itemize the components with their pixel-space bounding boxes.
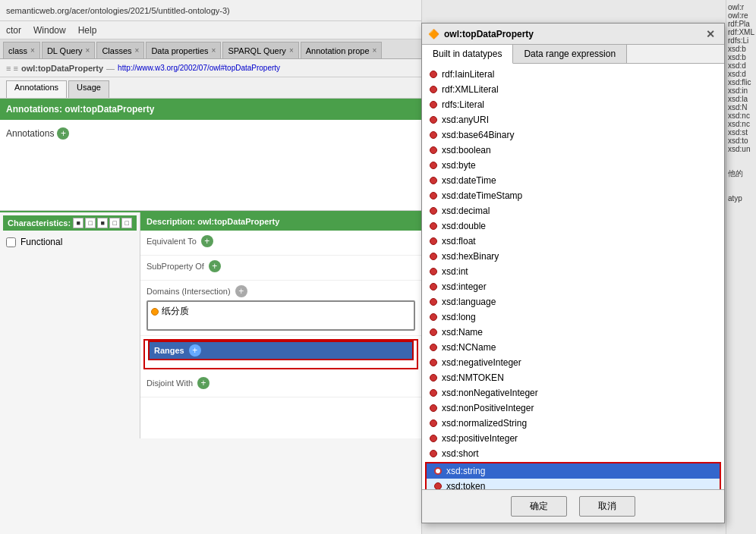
tab-close-icon[interactable]: × — [135, 46, 140, 55]
disjoint-label: Disjoint With — [146, 379, 193, 388]
owl-icon: 🔶 — [428, 29, 439, 39]
list-item[interactable]: xsd:hexBinary — [422, 249, 724, 264]
list-item[interactable]: xsd:double — [422, 218, 724, 234]
equivalent-to-header: Equivalent To + — [146, 235, 415, 247]
xsd-string-item[interactable]: xsd:string — [427, 463, 720, 479]
list-item[interactable]: xsd:dateTime — [422, 173, 724, 188]
add-subproperty-button[interactable]: + — [209, 260, 221, 272]
functional-checkbox[interactable] — [6, 237, 16, 247]
list-item[interactable]: xsd:dateTimeStamp — [422, 188, 724, 203]
list-item[interactable]: xsd:nonNegativeInteger — [422, 385, 724, 400]
list-item[interactable]: xsd:decimal — [422, 203, 724, 218]
list-item[interactable]: xsd:byte — [422, 158, 724, 173]
tab-dl-query[interactable]: DL Query × — [42, 42, 96, 58]
modal-dialog: 🔶 owl:topDataProperty ✕ Built in datatyp… — [421, 23, 725, 523]
description-panel: Description: owl:topDataProperty Equival… — [140, 212, 421, 438]
annotations-content: Annotations + — [0, 120, 421, 211]
main-area: semanticweb.org/acer/ontologies/2021/5/u… — [0, 0, 756, 534]
annotations-header: Annotations: owl:topDataProperty — [0, 99, 421, 120]
bottom-section: Characteristics: ■ □ ■ □ □ Functional — [0, 211, 421, 438]
cancel-button[interactable]: 取消 — [579, 496, 635, 517]
xsd-token-item[interactable]: xsd:token — [427, 479, 720, 489]
path-bar: ≡ ≡ owl:topDataProperty — http://www.w3.… — [0, 59, 421, 77]
tab-usage[interactable]: Usage — [68, 80, 109, 98]
domains-label: Domains (Intersection) — [146, 287, 231, 296]
prop-url[interactable]: http://www.w3.org/2002/07/owl#topDataPro… — [118, 64, 280, 72]
add-ranges-button[interactable]: + — [189, 344, 201, 357]
list-item[interactable]: xsd:language — [422, 294, 724, 309]
item-dot-icon — [430, 313, 437, 321]
annotations-label: Annotations — [6, 128, 54, 139]
tab-class[interactable]: class × — [3, 42, 40, 58]
ranges-label: Ranges — [154, 346, 184, 355]
domain-text: 纸分质 — [162, 305, 189, 318]
add-annotation-button[interactable]: + — [57, 127, 69, 140]
left-panel: semanticweb.org/acer/ontologies/2021/5/u… — [0, 0, 422, 534]
list-item[interactable]: xsd:NCName — [422, 340, 724, 355]
item-dot-icon — [430, 344, 437, 351]
list-item[interactable]: xsd:anyURI — [422, 112, 724, 127]
confirm-button[interactable]: 确定 — [511, 496, 567, 517]
menu-ctor[interactable]: ctor — [6, 25, 21, 36]
list-item[interactable]: xsd:short — [422, 446, 724, 461]
item-dot-icon — [430, 374, 437, 382]
list-item[interactable]: xsd:negativeInteger — [422, 355, 724, 370]
subproperty-header: SubProperty Of + — [146, 260, 415, 272]
tab-data-properties[interactable]: Data properties × — [146, 42, 221, 58]
domains-section: Domains (Intersection) + 纸分质 — [140, 281, 421, 336]
description-title: Description: owl:topDataProperty — [146, 217, 279, 226]
list-item[interactable]: xsd:integer — [422, 279, 724, 294]
modal-title: owl:topDataProperty — [444, 29, 534, 39]
list-item[interactable]: xsd:nonPositiveInteger — [422, 400, 724, 416]
list-item[interactable]: rdf:IainLiteral — [422, 67, 724, 82]
subproperty-section: SubProperty Of + — [140, 256, 421, 281]
subproperty-label: SubProperty Of — [146, 262, 204, 271]
tab-close-icon[interactable]: × — [212, 46, 216, 55]
modal-tab-range[interactable]: Data range expression — [513, 45, 627, 63]
list-item[interactable]: xsd:base64Binary — [422, 127, 724, 143]
add-equivalent-button[interactable]: + — [201, 235, 213, 247]
ranges-section: Ranges + — [143, 339, 418, 369]
tab-close-icon[interactable]: × — [373, 46, 377, 55]
tab-bar: class × DL Query × Classes × Data proper… — [0, 39, 421, 59]
tab-annotations[interactable]: Annotations — [6, 80, 67, 98]
item-dot-icon — [430, 146, 437, 154]
tab-classes[interactable]: Classes × — [96, 42, 144, 58]
modal-list[interactable]: rdf:IainLiteral rdf:XMLLiteral rdfs:Lite… — [422, 64, 724, 489]
modal-tabs: Built in datatypes Data range expression — [422, 45, 724, 64]
characteristics-header: Characteristics: ■ □ ■ □ □ — [3, 215, 137, 231]
tab-annotation[interactable]: Annotation prope × — [301, 42, 383, 58]
item-dot-icon — [430, 116, 437, 124]
tab-close-icon[interactable]: × — [86, 46, 90, 55]
modal-close-button[interactable]: ✕ — [703, 27, 718, 42]
add-disjoint-button[interactable]: + — [197, 377, 209, 389]
list-item[interactable]: xsd:positiveInteger — [422, 431, 724, 446]
disjoint-section: Disjoint With + — [140, 372, 421, 397]
domains-header: Domains (Intersection) + — [146, 285, 415, 297]
item-dot-icon — [430, 162, 437, 169]
menu-window[interactable]: Window — [33, 25, 66, 36]
char-icon-1: ■ — [73, 218, 83, 228]
list-item[interactable]: xsd:Name — [422, 325, 724, 340]
nav-icon: ≡ ≡ — [6, 64, 18, 73]
list-item[interactable]: xsd:NMTOKEN — [422, 370, 724, 385]
list-item[interactable]: xsd:float — [422, 234, 724, 249]
item-dot-icon — [430, 131, 437, 139]
item-dot-icon — [430, 419, 437, 427]
list-item[interactable]: rdf:XMLLiteral — [422, 82, 724, 97]
modal-tab-builtin[interactable]: Built in datatypes — [422, 45, 513, 64]
tab-close-icon[interactable]: × — [30, 46, 35, 55]
tab-close-icon[interactable]: × — [289, 46, 294, 55]
menu-help[interactable]: Help — [78, 25, 97, 36]
list-item[interactable]: rdfs:Literal — [422, 97, 724, 112]
list-item[interactable]: xsd:int — [422, 264, 724, 279]
list-item[interactable]: xsd:boolean — [422, 143, 724, 158]
item-dot-icon — [434, 482, 442, 489]
modal-footer: 确定 取消 — [422, 489, 724, 523]
item-dot-icon — [430, 177, 437, 184]
add-domain-button[interactable]: + — [235, 285, 247, 297]
list-item[interactable]: xsd:normalizedString — [422, 416, 724, 431]
tab-sparql[interactable]: SPARQL Query × — [222, 42, 298, 58]
item-dot-icon — [430, 237, 437, 245]
list-item[interactable]: xsd:long — [422, 309, 724, 325]
